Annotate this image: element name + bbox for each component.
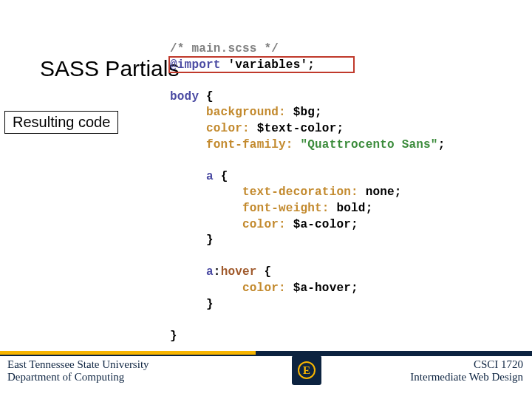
code-ah-prop: color: (242, 282, 286, 295)
footer-uni-line2: Department of Computing (7, 371, 149, 383)
code-body-sel: body (170, 90, 206, 103)
code-bg-val: $bg; (286, 106, 322, 119)
code-a-sel: a (206, 170, 221, 183)
code-ac-val: $a-color; (286, 218, 358, 231)
footer-course-line1: CSCI 1720 (410, 358, 523, 371)
code-ahover-a: a (206, 265, 214, 279)
slide-title: SASS Partials (40, 56, 179, 81)
code-color-val: $text-color; (250, 122, 344, 135)
code-comment: /* main.scss */ (170, 42, 279, 55)
code-brace: } (170, 330, 177, 343)
code-import-str: 'variables'; (221, 58, 315, 72)
code-brace: { (264, 265, 271, 279)
code-color-prop: color: (206, 122, 250, 135)
slide-footer: East Tennessee State University Departme… (0, 351, 532, 388)
code-td-val: none; (358, 185, 402, 199)
code-ff-prop: font-family: (206, 138, 293, 151)
footer-uni-line1: East Tennessee State University (7, 358, 149, 371)
footer-divider (0, 355, 532, 356)
code-fw-val: bold; (330, 202, 373, 215)
code-brace: { (206, 90, 214, 103)
footer-university: East Tennessee State University Departme… (7, 358, 149, 384)
code-import-kw: @import (170, 58, 221, 72)
code-bg-prop: background: (206, 106, 286, 119)
code-ahover-kw: hover (221, 265, 265, 279)
code-ah-val: $a-hover; (286, 282, 358, 295)
code-brace: } (206, 233, 214, 247)
resulting-code-label: Resulting code (4, 111, 118, 134)
code-semi: ; (438, 138, 446, 151)
code-fw-prop: font-weight: (242, 202, 330, 215)
footer-course-line2: Intermediate Web Design (410, 371, 523, 383)
code-td-prop: text-decoration: (242, 185, 358, 199)
footer-course: CSCI 1720 Intermediate Web Design (410, 358, 523, 384)
code-ff-val: "Quattrocento Sans" (293, 138, 438, 151)
code-brace: } (206, 298, 214, 311)
etsu-logo: E (292, 355, 321, 385)
code-brace: { (221, 170, 228, 183)
code-pre: /* main.scss */ @import 'variables'; bod… (170, 41, 445, 344)
code-ac-prop: color: (242, 218, 286, 231)
code-colon: : (214, 265, 221, 279)
etsu-logo-letter: E (298, 361, 316, 379)
code-block: /* main.scss */ @import 'variables'; bod… (170, 41, 445, 344)
